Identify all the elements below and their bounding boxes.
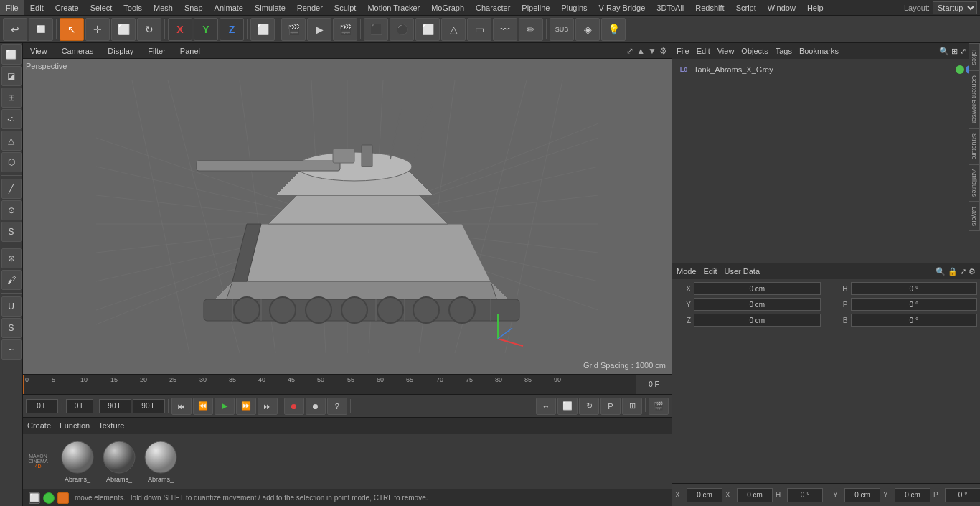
- material-item-0[interactable]: Abrams_: [59, 440, 96, 483]
- knife-tool[interactable]: ╱: [1, 179, 22, 199]
- layout-dropdown[interactable]: Startup: [933, 1, 977, 14]
- vp-menu-filter[interactable]: Filter: [145, 47, 168, 55]
- render-button[interactable]: 🎬: [333, 18, 357, 41]
- menu-mograph[interactable]: MoGraph: [425, 0, 470, 15]
- menu-render[interactable]: Render: [291, 0, 329, 15]
- material-item-2[interactable]: Abrams_: [142, 440, 179, 483]
- object-row-tank[interactable]: L0 Tank_Abrams_X_Grey: [675, 62, 977, 78]
- mat-menu-create[interactable]: Create: [27, 421, 51, 430]
- menu-plugins[interactable]: Plugins: [555, 0, 593, 15]
- vp-menu-panel[interactable]: Panel: [177, 47, 203, 55]
- end-frame-input[interactable]: [133, 399, 165, 413]
- sphere-button[interactable]: ⚫: [390, 18, 414, 41]
- attr-b-rot[interactable]: [851, 314, 978, 327]
- smooth-tool[interactable]: ~: [1, 339, 22, 360]
- key-button[interactable]: ?: [327, 398, 347, 415]
- menu-file[interactable]: File: [0, 0, 24, 15]
- render-active-button[interactable]: ▶: [307, 18, 331, 41]
- obj-menu-bookmarks[interactable]: Bookmarks: [799, 47, 839, 55]
- menu-edit[interactable]: Edit: [24, 0, 50, 15]
- y-axis-button[interactable]: Y: [194, 18, 218, 41]
- model-mode-button[interactable]: ⬜: [1, 44, 22, 65]
- poly-mode-button[interactable]: ⬡: [1, 152, 22, 172]
- menu-character[interactable]: Character: [470, 0, 516, 15]
- menu-create[interactable]: Create: [50, 0, 85, 15]
- coord-x2-input[interactable]: [737, 488, 773, 502]
- magnet-tool[interactable]: U: [1, 296, 22, 317]
- attr-menu-userdata[interactable]: User Data: [725, 267, 760, 276]
- rotate-tool-button[interactable]: ↻: [137, 18, 161, 41]
- menu-snap[interactable]: Snap: [179, 0, 209, 15]
- visibility-dot-editor[interactable]: [956, 65, 964, 74]
- menu-simulate[interactable]: Simulate: [249, 0, 291, 15]
- start-frame-input[interactable]: [26, 399, 58, 413]
- vp-menu-display[interactable]: Display: [105, 47, 136, 55]
- attr-menu-mode[interactable]: Mode: [677, 267, 697, 276]
- tab-attributes[interactable]: Attributes: [969, 164, 980, 202]
- menu-help[interactable]: Help: [801, 0, 829, 15]
- coord-p-input[interactable]: [945, 488, 980, 502]
- points-key-button[interactable]: ⊞: [622, 398, 642, 415]
- subdivide-button[interactable]: SUB: [550, 18, 574, 41]
- obj-menu-file[interactable]: File: [677, 47, 689, 55]
- landscape-button[interactable]: 〰: [493, 18, 517, 41]
- coord-y2-input[interactable]: [895, 488, 930, 502]
- grid-mode-button[interactable]: ⊞: [1, 88, 22, 108]
- vp-icon-settings[interactable]: ⚙: [659, 46, 667, 56]
- deformer-button[interactable]: ◈: [575, 18, 600, 41]
- cone-button[interactable]: △: [441, 18, 466, 41]
- render-region-button[interactable]: 🎬: [281, 18, 306, 41]
- brush-tool[interactable]: ⊛: [1, 248, 22, 268]
- vp-icon-up[interactable]: ▲: [636, 46, 645, 56]
- attr-x-pos[interactable]: [694, 282, 821, 295]
- coord-y-input[interactable]: [844, 488, 880, 502]
- texture-mode-button[interactable]: ◪: [1, 66, 22, 86]
- obj-menu-view[interactable]: View: [717, 47, 735, 55]
- point-mode-button[interactable]: ·∴: [1, 109, 22, 129]
- menu-pipeline[interactable]: Pipeline: [516, 0, 555, 15]
- x-axis-button[interactable]: X: [168, 18, 192, 41]
- vp-icon-expand[interactable]: ⤢: [626, 46, 633, 56]
- attr-expand-icon[interactable]: ⤢: [960, 267, 966, 276]
- viewport-3d[interactable]: Perspective: [23, 59, 672, 374]
- obj-filter-icon[interactable]: ⊞: [951, 47, 958, 56]
- menu-tools[interactable]: Tools: [118, 0, 148, 15]
- attr-settings-icon[interactable]: ⚙: [969, 267, 976, 276]
- menu-redshift[interactable]: Redshift: [689, 0, 730, 15]
- attr-lock-icon[interactable]: 🔒: [948, 267, 958, 276]
- attr-z-pos[interactable]: [694, 314, 821, 327]
- sculpt-tool[interactable]: S: [1, 318, 22, 338]
- timeline-ruler[interactable]: 0 5 10 15 20 25 30 35 40 45 50 55 60 65: [23, 375, 636, 394]
- menu-select[interactable]: Select: [85, 0, 118, 15]
- scale-key-button[interactable]: ⬜: [557, 398, 578, 415]
- cylinder-button[interactable]: ⬜: [415, 18, 440, 41]
- menu-mesh[interactable]: Mesh: [148, 0, 179, 15]
- scale-tool-button[interactable]: ⬜: [111, 18, 136, 41]
- move-key-button[interactable]: ↔: [536, 398, 556, 415]
- material-item-1[interactable]: Abrams_: [100, 440, 138, 483]
- obj-search-icon[interactable]: 🔍: [939, 47, 949, 56]
- coord-x-input[interactable]: [687, 488, 722, 502]
- go-start-button[interactable]: ⏮: [171, 398, 192, 415]
- mat-menu-texture[interactable]: Texture: [98, 421, 124, 430]
- obj-menu-edit[interactable]: Edit: [697, 47, 710, 55]
- paint-tool[interactable]: 🖌: [1, 270, 22, 290]
- spline-button[interactable]: ✏: [519, 18, 543, 41]
- auto-key-button[interactable]: ⏺: [306, 398, 326, 415]
- move-tool-button[interactable]: ✛: [85, 18, 110, 41]
- record-button[interactable]: ⏺: [284, 398, 304, 415]
- loop-tool[interactable]: ⊙: [1, 200, 22, 220]
- menu-animate[interactable]: Animate: [209, 0, 249, 15]
- status-icon-1[interactable]: ⬜: [29, 492, 40, 504]
- status-icon-3[interactable]: [57, 492, 69, 504]
- mat-menu-function[interactable]: Function: [60, 421, 90, 430]
- vp-icon-down[interactable]: ▼: [648, 46, 656, 56]
- menu-motion-tracker[interactable]: Motion Tracker: [362, 0, 425, 15]
- play-button[interactable]: ▶: [215, 398, 235, 415]
- z-axis-button[interactable]: Z: [220, 18, 244, 41]
- menu-script[interactable]: Script: [730, 0, 762, 15]
- attr-h-rot[interactable]: [851, 282, 978, 295]
- edge-mode-button[interactable]: △: [1, 131, 22, 151]
- coord-h-input[interactable]: [787, 488, 823, 502]
- attr-search-icon[interactable]: 🔍: [936, 267, 946, 276]
